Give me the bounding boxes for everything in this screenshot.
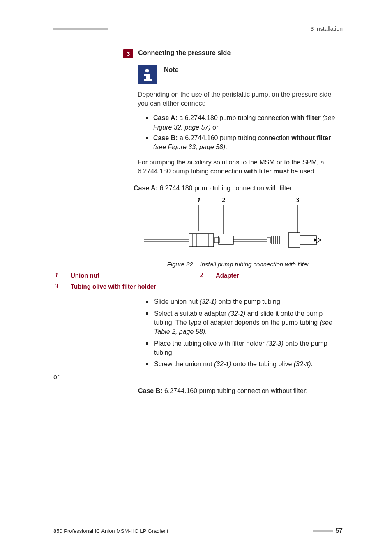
legend-label-2: Adapter	[216, 272, 341, 279]
svg-rect-23	[288, 233, 300, 247]
page-header: 3 Installation	[53, 25, 343, 32]
svg-rect-2	[146, 74, 150, 79]
legend-num-3: 3	[55, 283, 67, 290]
note-closing: For pumping the auxiliary solutions to t…	[138, 158, 343, 176]
figure-label-3: 3	[295, 197, 300, 204]
figure-label-2: 2	[221, 197, 226, 204]
step-number-badge: 3	[123, 49, 133, 58]
figure-32: 1 2 3	[134, 197, 343, 258]
svg-point-0	[145, 69, 149, 72]
note-intro: Depending on the use of the peristaltic …	[138, 90, 343, 108]
instruction-list: Slide union nut (32-1) onto the pump tub…	[146, 297, 343, 369]
note-block: Note	[138, 65, 343, 84]
note-case-a: Case A: a 6.2744.180 pump tubing connect…	[146, 113, 343, 132]
case-a-intro: Case A: 6.2744.180 pump tubing connectio…	[134, 184, 343, 193]
legend-label-1: Union nut	[71, 272, 196, 279]
decoration-dots-left	[53, 28, 108, 30]
info-icon	[138, 65, 157, 84]
figure-legend: 1 Union nut 2 Adapter 3 Tubing olive wit…	[53, 272, 343, 290]
note-heading: Note	[164, 66, 343, 74]
note-case-b: Case B: a 6.2744.160 pump tubing connect…	[146, 134, 343, 152]
decoration-dots-right	[313, 530, 333, 532]
instruction-3: Place the tubing olive with filter holde…	[146, 339, 343, 358]
note-case-list: Case A: a 6.2744.180 pump tubing connect…	[146, 113, 343, 152]
instruction-4: Screw the union nut (32-1) onto the tubi…	[146, 360, 343, 369]
svg-rect-9	[189, 234, 214, 247]
chapter-label: 3 Installation	[310, 25, 343, 32]
step-title: Connecting the pressure side	[138, 49, 231, 57]
figure-label-1: 1	[197, 197, 201, 204]
legend-num-2: 2	[200, 272, 212, 279]
case-b-intro: Case B: 6.2744.160 pump tubing connectio…	[138, 386, 343, 395]
instruction-1: Slide union nut (32-1) onto the pump tub…	[146, 297, 343, 306]
product-name: 850 Professional IC Anion MSM-HC LP Grad…	[53, 528, 168, 534]
legend-num-1: 1	[55, 272, 67, 279]
instruction-2: Select a suitable adapter (32-2) and sli…	[146, 309, 343, 337]
legend-label-3: Tubing olive with filter holder	[71, 283, 196, 290]
page-footer: 850 Professional IC Anion MSM-HC LP Grad…	[53, 527, 343, 534]
svg-rect-3	[144, 79, 152, 81]
figure-caption: Figure 32 Install pump tubing connection…	[134, 261, 343, 268]
svg-rect-17	[267, 237, 270, 243]
page-number: 57	[335, 527, 343, 534]
or-text: or	[53, 373, 343, 381]
svg-rect-13	[219, 236, 233, 244]
step-heading: 3 Connecting the pressure side	[123, 49, 343, 58]
